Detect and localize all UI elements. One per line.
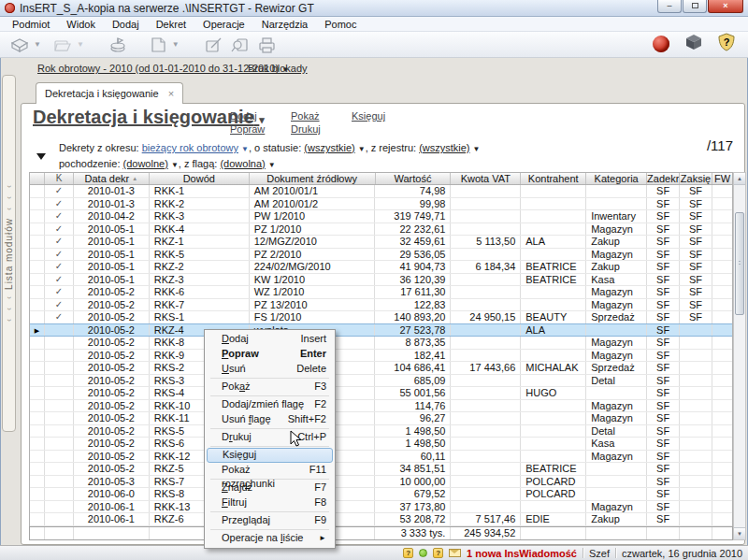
title-bar[interactable]: InsERT_S_A-kopia na serwerze .\INSERTGT …	[0, 0, 748, 17]
menu-podmiot[interactable]: Podmiot	[4, 17, 58, 32]
col-wartosc[interactable]: Wartość	[376, 173, 452, 184]
table-row[interactable]: ✓2010-05-2RKK-7PZ 13/2010122,83MagazynSF…	[30, 299, 732, 312]
action-ksieguj-link[interactable]: Księguj	[352, 109, 385, 122]
open-folder-icon[interactable]	[50, 34, 75, 56]
table-row[interactable]: 2010-05-2RKS-51 498,50DetalSF	[30, 425, 732, 438]
scroll-up-icon[interactable]: ▲	[734, 173, 745, 185]
filter-register-link[interactable]: (wszystkie)	[419, 142, 469, 153]
action-popraw-link[interactable]: Popraw	[230, 122, 265, 136]
table-row[interactable]: 2010-05-2RKK-88 873,35MagazynSF	[30, 337, 732, 350]
col-dokument[interactable]: Dokument źródłowy	[250, 173, 376, 184]
table-row[interactable]: ✓2010-05-2RKK-6WZ 1/201017 611,30Magazyn…	[30, 286, 732, 299]
table-row[interactable]: ✓2010-05-1RKK-4PZ 1/201022 232,61Magazyn…	[30, 223, 732, 237]
col-data-dekr[interactable]: Data dekr ▲	[74, 173, 150, 184]
table-row[interactable]: ✓2010-05-1RKK-5PZ 2/201029 536,05Magazyn…	[30, 249, 732, 262]
insert-logo-icon[interactable]	[653, 36, 669, 52]
edit-icon[interactable]	[202, 34, 226, 56]
table-row[interactable]: ✓2010-01-3RKK-2AM 2010/01/299,98SFSF	[30, 198, 732, 211]
col-zadekr[interactable]: Zadekr	[647, 173, 680, 184]
table-row[interactable]: ✓2010-01-3RKK-1AM 2010/01/174,98SFSF	[30, 185, 732, 198]
tab-close-icon[interactable]: ×	[168, 89, 174, 99]
table-row[interactable]: 2010-05-2RKK-10114,76MagazynSF	[30, 400, 732, 413]
help-icon[interactable]: ?	[433, 548, 443, 558]
action-drukuj-link[interactable]: Drukuj	[291, 122, 321, 136]
insmessage-notice[interactable]: 1 nowa InsWiadomość	[467, 548, 577, 559]
table-row-selected[interactable]: ▶2010-05-2RKZ-4wypłata27 523,78ALASF	[30, 323, 732, 337]
table-row[interactable]: 2010-06-0RKS-8679,52POLCARDSF	[30, 488, 732, 501]
context-menu-item[interactable]: FiltrujF8	[207, 495, 333, 510]
new-document-icon[interactable]	[7, 34, 32, 56]
filter-flag-link[interactable]: (dowolna)	[220, 158, 265, 169]
table-row[interactable]: 2010-05-2RKZ-534 851,51BEATRICESF	[30, 463, 732, 476]
col-indicator[interactable]	[30, 173, 45, 184]
context-menu-item[interactable]: Operacje na liście►	[207, 531, 333, 546]
menu-widok[interactable]: Widok	[58, 17, 104, 32]
module-list-strip[interactable]: › › › Lista modułów › › ›	[2, 75, 16, 432]
mail-icon[interactable]	[449, 549, 461, 557]
table-row[interactable]: ✓2010-05-1RKZ-3KW 1/201036 120,39BEATRIC…	[30, 274, 732, 287]
filter-origin-link[interactable]: (dowolne)	[123, 158, 168, 169]
lock-state-link[interactable]: Brak blokady	[248, 63, 308, 74]
menu-pomoc[interactable]: Pomoc	[316, 17, 365, 32]
filter-status-link[interactable]: (wszystkie)	[304, 142, 354, 153]
table-row[interactable]: 2010-06-1RKZ-653 208,727 517,46EDIEZakup…	[30, 513, 732, 526]
table-row[interactable]: 2010-05-2RKK-1196,27MagazynSF	[30, 412, 732, 425]
chevron-down-icon[interactable]: ▼	[77, 40, 84, 49]
context-menu-item[interactable]: PokażF3	[207, 380, 333, 395]
context-menu-item[interactable]: DrukujCtrl+P	[207, 430, 333, 445]
table-row[interactable]: 2010-05-2RKS-61 498,50KasaSF	[30, 438, 732, 451]
col-zaksie[interactable]: Zaksię	[680, 173, 712, 184]
context-menu-item[interactable]: DodajInsert	[207, 332, 333, 347]
fiscal-year-link[interactable]: Rok obrotowy - 2010 (od 01-01-2010 do 31…	[37, 63, 279, 74]
context-menu-item[interactable]: PoprawEnter	[207, 347, 333, 362]
menu-dodaj[interactable]: Dodaj	[104, 17, 148, 32]
table-row[interactable]: 2010-05-2RKS-2104 686,4117 443,66MICHALA…	[30, 362, 732, 375]
context-menu-item[interactable]: Dodaj/zmień flagęF2	[207, 397, 333, 412]
context-menu-item[interactable]: Pokaż rozrachunkiF11	[207, 463, 333, 478]
vertical-scrollbar[interactable]: ▲ ▼	[733, 172, 746, 540]
menu-dekret[interactable]: Dekret	[148, 17, 194, 32]
table-row[interactable]: ✓2010-05-2RKS-1FS 1/2010140 893,2024 950…	[30, 311, 732, 324]
chevron-down-icon[interactable]: ▼	[34, 40, 41, 49]
scroll-thumb[interactable]	[735, 212, 744, 315]
table-row[interactable]: ✓2010-05-1RKZ-2224/02/MG/201041 904,736 …	[30, 261, 732, 274]
filter-collapse-icon[interactable]	[36, 153, 46, 160]
col-kwota-vat[interactable]: Kwota VAT	[451, 173, 521, 184]
tab-dekretacja[interactable]: Dekretacja i księgowanie ×	[36, 82, 183, 104]
filter-period-link[interactable]: bieżący rok obrotowy	[142, 142, 238, 153]
printer-icon[interactable]	[254, 34, 279, 56]
chevron-down-icon[interactable]: ▼	[172, 40, 180, 49]
money-icon[interactable]	[107, 34, 131, 56]
search-icon[interactable]	[228, 34, 252, 56]
help-icon[interactable]: ?	[403, 548, 413, 558]
minimize-button[interactable]: –	[657, 0, 682, 13]
context-menu-item[interactable]: Usuń flagęShift+F2	[207, 412, 333, 427]
table-row[interactable]: 2010-05-2RKS-455 001,56HUGOSF	[30, 387, 732, 400]
col-fw[interactable]: FW	[712, 173, 732, 184]
filter-line-2: pochodzenie: (dowolne) ▼, z flagą: (dowo…	[59, 158, 276, 169]
table-row[interactable]: 2010-05-2RKK-9182,41MagazynSF	[30, 350, 732, 363]
context-menu-item[interactable]: UsuńDelete	[207, 362, 333, 377]
help-shield-icon[interactable]: ?	[718, 33, 735, 55]
col-kategoria[interactable]: Kategoria	[586, 173, 647, 184]
table-row[interactable]: 2010-05-2RKS-3685,09DetalSF	[30, 375, 732, 388]
col-k[interactable]: K	[45, 173, 74, 184]
note-icon[interactable]	[146, 34, 170, 56]
menu-operacje[interactable]: Operacje	[194, 17, 253, 32]
context-menu-item[interactable]: PrzeglądajF9	[207, 513, 333, 528]
action-dodaj-link[interactable]: Dodaj	[230, 109, 265, 122]
table-row[interactable]: ✓2010-04-2RKK-3PW 1/2010319 749,71Inwent…	[30, 210, 732, 223]
table-row[interactable]: 2010-05-2RKK-1260,11MagazynSF	[30, 451, 732, 464]
col-dowod[interactable]: Dowód	[150, 173, 250, 184]
table-row[interactable]: ✓2010-05-1RKZ-112/MGZ/201032 459,615 113…	[30, 236, 732, 249]
menu-narzedzia[interactable]: Narzędzia	[253, 17, 317, 32]
context-menu-item[interactable]: Księguj	[207, 448, 333, 463]
scroll-down-icon[interactable]: ▼	[734, 527, 745, 539]
table-row[interactable]: 2010-06-1RKK-1337 173,80MagazynSF	[30, 501, 732, 514]
maximize-button[interactable]	[683, 0, 707, 13]
col-kontrahent[interactable]: Kontrahent	[521, 173, 586, 184]
action-pokaz-link[interactable]: Pokaż	[291, 109, 321, 122]
close-button[interactable]: ×	[708, 0, 743, 13]
table-row[interactable]: 2010-05-3RKS-710 000,00POLCARDSF	[30, 476, 732, 489]
module-cube-icon[interactable]	[684, 33, 703, 55]
